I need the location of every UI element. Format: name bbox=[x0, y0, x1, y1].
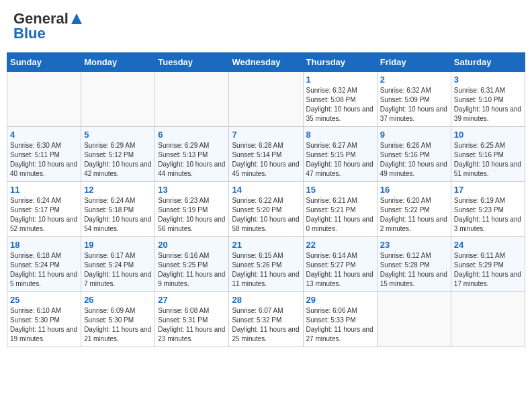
week-row-2: 4Sunrise: 6:30 AMSunset: 5:11 PMDaylight… bbox=[7, 127, 525, 182]
day-number: 16 bbox=[380, 185, 448, 195]
weekday-header-row: SundayMondayTuesdayWednesdayThursdayFrid… bbox=[7, 53, 525, 72]
day-info: Sunrise: 6:11 AMSunset: 5:29 PMDaylight:… bbox=[454, 251, 522, 289]
day-info: Sunrise: 6:31 AMSunset: 5:10 PMDaylight:… bbox=[454, 86, 522, 124]
day-info: Sunrise: 6:16 AMSunset: 5:25 PMDaylight:… bbox=[158, 251, 226, 289]
day-number: 20 bbox=[158, 240, 226, 250]
day-info: Sunrise: 6:14 AMSunset: 5:27 PMDaylight:… bbox=[306, 251, 374, 289]
day-info: Sunrise: 6:20 AMSunset: 5:22 PMDaylight:… bbox=[380, 196, 448, 234]
day-info: Sunrise: 6:19 AMSunset: 5:23 PMDaylight:… bbox=[454, 196, 522, 234]
calendar-cell bbox=[81, 72, 155, 127]
calendar-cell bbox=[229, 72, 303, 127]
calendar-cell: 29Sunrise: 6:06 AMSunset: 5:33 PMDayligh… bbox=[303, 292, 377, 347]
day-number: 14 bbox=[232, 185, 300, 195]
day-number: 4 bbox=[10, 130, 78, 140]
calendar-cell: 28Sunrise: 6:07 AMSunset: 5:32 PMDayligh… bbox=[229, 292, 303, 347]
calendar-cell: 16Sunrise: 6:20 AMSunset: 5:22 PMDayligh… bbox=[377, 182, 451, 237]
weekday-header-thursday: Thursday bbox=[303, 53, 377, 72]
day-info: Sunrise: 6:18 AMSunset: 5:24 PMDaylight:… bbox=[10, 251, 78, 289]
day-number: 9 bbox=[380, 130, 448, 140]
day-info: Sunrise: 6:29 AMSunset: 5:12 PMDaylight:… bbox=[84, 141, 152, 179]
calendar-cell: 17Sunrise: 6:19 AMSunset: 5:23 PMDayligh… bbox=[451, 182, 525, 237]
calendar-cell: 8Sunrise: 6:27 AMSunset: 5:15 PMDaylight… bbox=[303, 127, 377, 182]
header: General Blue bbox=[7, 7, 525, 46]
day-number: 24 bbox=[454, 240, 522, 250]
weekday-header-saturday: Saturday bbox=[451, 53, 525, 72]
calendar-cell: 20Sunrise: 6:16 AMSunset: 5:25 PMDayligh… bbox=[155, 237, 229, 292]
day-info: Sunrise: 6:23 AMSunset: 5:19 PMDaylight:… bbox=[158, 196, 226, 234]
calendar-cell: 14Sunrise: 6:22 AMSunset: 5:20 PMDayligh… bbox=[229, 182, 303, 237]
calendar-cell: 9Sunrise: 6:26 AMSunset: 5:16 PMDaylight… bbox=[377, 127, 451, 182]
day-info: Sunrise: 6:32 AMSunset: 5:08 PMDaylight:… bbox=[306, 86, 374, 124]
day-info: Sunrise: 6:08 AMSunset: 5:31 PMDaylight:… bbox=[158, 306, 226, 344]
weekday-header-tuesday: Tuesday bbox=[155, 53, 229, 72]
day-info: Sunrise: 6:06 AMSunset: 5:33 PMDaylight:… bbox=[306, 306, 374, 344]
calendar-cell: 24Sunrise: 6:11 AMSunset: 5:29 PMDayligh… bbox=[451, 237, 525, 292]
day-info: Sunrise: 6:29 AMSunset: 5:13 PMDaylight:… bbox=[158, 141, 226, 179]
day-number: 10 bbox=[454, 130, 522, 140]
week-row-3: 11Sunrise: 6:24 AMSunset: 5:17 PMDayligh… bbox=[7, 182, 525, 237]
svg-marker-0 bbox=[71, 13, 82, 24]
logo: General Blue bbox=[13, 10, 85, 42]
calendar-cell: 1Sunrise: 6:32 AMSunset: 5:08 PMDaylight… bbox=[303, 72, 377, 127]
calendar-cell: 11Sunrise: 6:24 AMSunset: 5:17 PMDayligh… bbox=[7, 182, 81, 237]
calendar-cell: 13Sunrise: 6:23 AMSunset: 5:19 PMDayligh… bbox=[155, 182, 229, 237]
logo-icon bbox=[70, 12, 83, 26]
calendar-cell: 25Sunrise: 6:10 AMSunset: 5:30 PMDayligh… bbox=[7, 292, 81, 347]
day-number: 28 bbox=[232, 295, 300, 305]
calendar-cell: 5Sunrise: 6:29 AMSunset: 5:12 PMDaylight… bbox=[81, 127, 155, 182]
day-number: 21 bbox=[232, 240, 300, 250]
calendar-cell: 12Sunrise: 6:24 AMSunset: 5:18 PMDayligh… bbox=[81, 182, 155, 237]
day-info: Sunrise: 6:17 AMSunset: 5:24 PMDaylight:… bbox=[84, 251, 152, 289]
day-info: Sunrise: 6:26 AMSunset: 5:16 PMDaylight:… bbox=[380, 141, 448, 179]
day-number: 2 bbox=[380, 75, 448, 85]
calendar-cell: 27Sunrise: 6:08 AMSunset: 5:31 PMDayligh… bbox=[155, 292, 229, 347]
calendar-cell: 19Sunrise: 6:17 AMSunset: 5:24 PMDayligh… bbox=[81, 237, 155, 292]
calendar-cell: 3Sunrise: 6:31 AMSunset: 5:10 PMDaylight… bbox=[451, 72, 525, 127]
calendar-cell: 2Sunrise: 6:32 AMSunset: 5:09 PMDaylight… bbox=[377, 72, 451, 127]
day-number: 22 bbox=[306, 240, 374, 250]
day-number: 5 bbox=[84, 130, 152, 140]
day-number: 19 bbox=[84, 240, 152, 250]
calendar-cell: 4Sunrise: 6:30 AMSunset: 5:11 PMDaylight… bbox=[7, 127, 81, 182]
day-info: Sunrise: 6:10 AMSunset: 5:30 PMDaylight:… bbox=[10, 306, 78, 344]
day-info: Sunrise: 6:09 AMSunset: 5:30 PMDaylight:… bbox=[84, 306, 152, 344]
day-number: 3 bbox=[454, 75, 522, 85]
day-number: 17 bbox=[454, 185, 522, 195]
calendar-cell bbox=[451, 292, 525, 347]
calendar-cell: 15Sunrise: 6:21 AMSunset: 5:21 PMDayligh… bbox=[303, 182, 377, 237]
day-info: Sunrise: 6:24 AMSunset: 5:18 PMDaylight:… bbox=[84, 196, 152, 234]
calendar-cell: 21Sunrise: 6:15 AMSunset: 5:26 PMDayligh… bbox=[229, 237, 303, 292]
day-number: 11 bbox=[10, 185, 78, 195]
day-number: 7 bbox=[232, 130, 300, 140]
day-info: Sunrise: 6:07 AMSunset: 5:32 PMDaylight:… bbox=[232, 306, 300, 344]
calendar: SundayMondayTuesdayWednesdayThursdayFrid… bbox=[7, 52, 525, 347]
weekday-header-sunday: Sunday bbox=[7, 53, 81, 72]
day-number: 23 bbox=[380, 240, 448, 250]
calendar-cell: 26Sunrise: 6:09 AMSunset: 5:30 PMDayligh… bbox=[81, 292, 155, 347]
calendar-cell bbox=[7, 72, 81, 127]
day-number: 13 bbox=[158, 185, 226, 195]
calendar-cell: 22Sunrise: 6:14 AMSunset: 5:27 PMDayligh… bbox=[303, 237, 377, 292]
day-info: Sunrise: 6:25 AMSunset: 5:16 PMDaylight:… bbox=[454, 141, 522, 179]
calendar-cell: 23Sunrise: 6:12 AMSunset: 5:28 PMDayligh… bbox=[377, 237, 451, 292]
day-info: Sunrise: 6:32 AMSunset: 5:09 PMDaylight:… bbox=[380, 86, 448, 124]
day-number: 8 bbox=[306, 130, 374, 140]
day-info: Sunrise: 6:28 AMSunset: 5:14 PMDaylight:… bbox=[232, 141, 300, 179]
day-number: 15 bbox=[306, 185, 374, 195]
weekday-header-monday: Monday bbox=[81, 53, 155, 72]
week-row-4: 18Sunrise: 6:18 AMSunset: 5:24 PMDayligh… bbox=[7, 237, 525, 292]
day-number: 6 bbox=[158, 130, 226, 140]
day-info: Sunrise: 6:21 AMSunset: 5:21 PMDaylight:… bbox=[306, 196, 374, 234]
calendar-cell: 7Sunrise: 6:28 AMSunset: 5:14 PMDaylight… bbox=[229, 127, 303, 182]
week-row-1: 1Sunrise: 6:32 AMSunset: 5:08 PMDaylight… bbox=[7, 72, 525, 127]
calendar-cell: 18Sunrise: 6:18 AMSunset: 5:24 PMDayligh… bbox=[7, 237, 81, 292]
week-row-5: 25Sunrise: 6:10 AMSunset: 5:30 PMDayligh… bbox=[7, 292, 525, 347]
day-number: 18 bbox=[10, 240, 78, 250]
day-info: Sunrise: 6:24 AMSunset: 5:17 PMDaylight:… bbox=[10, 196, 78, 234]
calendar-cell: 6Sunrise: 6:29 AMSunset: 5:13 PMDaylight… bbox=[155, 127, 229, 182]
weekday-header-wednesday: Wednesday bbox=[229, 53, 303, 72]
day-number: 27 bbox=[158, 295, 226, 305]
calendar-cell bbox=[377, 292, 451, 347]
day-info: Sunrise: 6:15 AMSunset: 5:26 PMDaylight:… bbox=[232, 251, 300, 289]
day-number: 29 bbox=[306, 295, 374, 305]
